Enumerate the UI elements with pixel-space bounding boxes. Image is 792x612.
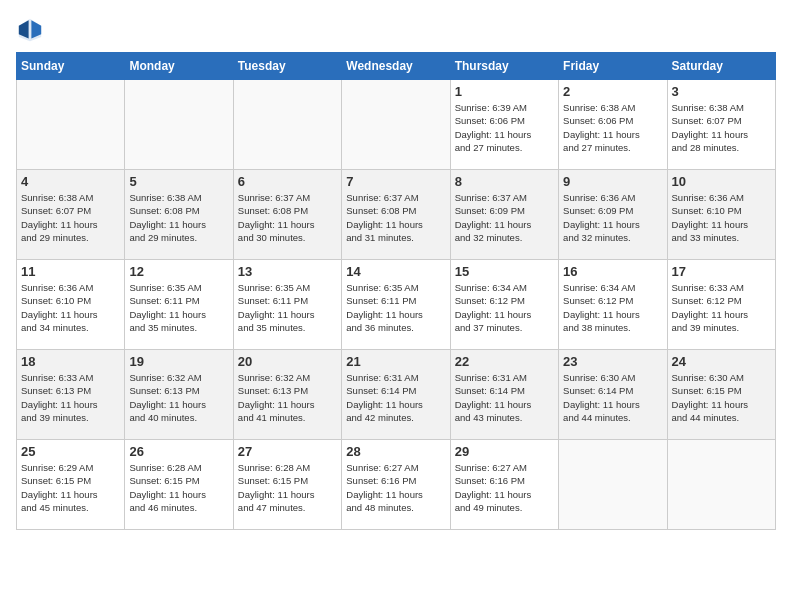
logo-icon <box>16 16 44 44</box>
day-info: Sunrise: 6:37 AM Sunset: 6:08 PM Dayligh… <box>346 191 445 244</box>
calendar-cell: 26Sunrise: 6:28 AM Sunset: 6:15 PM Dayli… <box>125 440 233 530</box>
column-header-thursday: Thursday <box>450 53 558 80</box>
day-info: Sunrise: 6:27 AM Sunset: 6:16 PM Dayligh… <box>455 461 554 514</box>
day-info: Sunrise: 6:28 AM Sunset: 6:15 PM Dayligh… <box>129 461 228 514</box>
day-info: Sunrise: 6:34 AM Sunset: 6:12 PM Dayligh… <box>563 281 662 334</box>
day-number: 19 <box>129 354 228 369</box>
calendar-cell: 22Sunrise: 6:31 AM Sunset: 6:14 PM Dayli… <box>450 350 558 440</box>
calendar-table: SundayMondayTuesdayWednesdayThursdayFrid… <box>16 52 776 530</box>
calendar-cell: 2Sunrise: 6:38 AM Sunset: 6:06 PM Daylig… <box>559 80 667 170</box>
day-info: Sunrise: 6:39 AM Sunset: 6:06 PM Dayligh… <box>455 101 554 154</box>
calendar-cell <box>342 80 450 170</box>
column-header-sunday: Sunday <box>17 53 125 80</box>
calendar-cell: 28Sunrise: 6:27 AM Sunset: 6:16 PM Dayli… <box>342 440 450 530</box>
day-number: 12 <box>129 264 228 279</box>
calendar-cell <box>667 440 775 530</box>
calendar-cell <box>17 80 125 170</box>
calendar-week-row: 11Sunrise: 6:36 AM Sunset: 6:10 PM Dayli… <box>17 260 776 350</box>
day-info: Sunrise: 6:29 AM Sunset: 6:15 PM Dayligh… <box>21 461 120 514</box>
column-header-friday: Friday <box>559 53 667 80</box>
calendar-cell: 9Sunrise: 6:36 AM Sunset: 6:09 PM Daylig… <box>559 170 667 260</box>
day-number: 23 <box>563 354 662 369</box>
column-header-tuesday: Tuesday <box>233 53 341 80</box>
day-info: Sunrise: 6:38 AM Sunset: 6:07 PM Dayligh… <box>672 101 771 154</box>
day-number: 9 <box>563 174 662 189</box>
calendar-cell: 19Sunrise: 6:32 AM Sunset: 6:13 PM Dayli… <box>125 350 233 440</box>
calendar-cell: 14Sunrise: 6:35 AM Sunset: 6:11 PM Dayli… <box>342 260 450 350</box>
calendar-cell: 29Sunrise: 6:27 AM Sunset: 6:16 PM Dayli… <box>450 440 558 530</box>
day-info: Sunrise: 6:33 AM Sunset: 6:13 PM Dayligh… <box>21 371 120 424</box>
day-info: Sunrise: 6:33 AM Sunset: 6:12 PM Dayligh… <box>672 281 771 334</box>
day-number: 10 <box>672 174 771 189</box>
day-info: Sunrise: 6:30 AM Sunset: 6:15 PM Dayligh… <box>672 371 771 424</box>
calendar-cell: 23Sunrise: 6:30 AM Sunset: 6:14 PM Dayli… <box>559 350 667 440</box>
calendar-cell: 8Sunrise: 6:37 AM Sunset: 6:09 PM Daylig… <box>450 170 558 260</box>
day-info: Sunrise: 6:36 AM Sunset: 6:10 PM Dayligh… <box>21 281 120 334</box>
calendar-week-row: 25Sunrise: 6:29 AM Sunset: 6:15 PM Dayli… <box>17 440 776 530</box>
day-number: 16 <box>563 264 662 279</box>
day-info: Sunrise: 6:30 AM Sunset: 6:14 PM Dayligh… <box>563 371 662 424</box>
day-number: 26 <box>129 444 228 459</box>
day-info: Sunrise: 6:28 AM Sunset: 6:15 PM Dayligh… <box>238 461 337 514</box>
calendar-cell: 25Sunrise: 6:29 AM Sunset: 6:15 PM Dayli… <box>17 440 125 530</box>
calendar-week-row: 18Sunrise: 6:33 AM Sunset: 6:13 PM Dayli… <box>17 350 776 440</box>
day-info: Sunrise: 6:31 AM Sunset: 6:14 PM Dayligh… <box>455 371 554 424</box>
day-number: 18 <box>21 354 120 369</box>
day-info: Sunrise: 6:35 AM Sunset: 6:11 PM Dayligh… <box>129 281 228 334</box>
day-info: Sunrise: 6:38 AM Sunset: 6:07 PM Dayligh… <box>21 191 120 244</box>
calendar-cell: 7Sunrise: 6:37 AM Sunset: 6:08 PM Daylig… <box>342 170 450 260</box>
calendar-cell: 6Sunrise: 6:37 AM Sunset: 6:08 PM Daylig… <box>233 170 341 260</box>
day-info: Sunrise: 6:37 AM Sunset: 6:09 PM Dayligh… <box>455 191 554 244</box>
column-header-wednesday: Wednesday <box>342 53 450 80</box>
calendar-header-row: SundayMondayTuesdayWednesdayThursdayFrid… <box>17 53 776 80</box>
calendar-cell: 18Sunrise: 6:33 AM Sunset: 6:13 PM Dayli… <box>17 350 125 440</box>
day-number: 11 <box>21 264 120 279</box>
day-number: 24 <box>672 354 771 369</box>
calendar-cell <box>559 440 667 530</box>
calendar-cell: 21Sunrise: 6:31 AM Sunset: 6:14 PM Dayli… <box>342 350 450 440</box>
calendar-cell: 12Sunrise: 6:35 AM Sunset: 6:11 PM Dayli… <box>125 260 233 350</box>
page-header <box>16 16 776 44</box>
day-number: 14 <box>346 264 445 279</box>
calendar-cell: 13Sunrise: 6:35 AM Sunset: 6:11 PM Dayli… <box>233 260 341 350</box>
day-number: 17 <box>672 264 771 279</box>
day-number: 22 <box>455 354 554 369</box>
day-info: Sunrise: 6:35 AM Sunset: 6:11 PM Dayligh… <box>346 281 445 334</box>
day-number: 13 <box>238 264 337 279</box>
day-number: 21 <box>346 354 445 369</box>
day-number: 2 <box>563 84 662 99</box>
day-number: 7 <box>346 174 445 189</box>
calendar-cell: 17Sunrise: 6:33 AM Sunset: 6:12 PM Dayli… <box>667 260 775 350</box>
day-number: 5 <box>129 174 228 189</box>
day-number: 4 <box>21 174 120 189</box>
calendar-cell: 24Sunrise: 6:30 AM Sunset: 6:15 PM Dayli… <box>667 350 775 440</box>
day-number: 28 <box>346 444 445 459</box>
day-number: 6 <box>238 174 337 189</box>
calendar-cell: 3Sunrise: 6:38 AM Sunset: 6:07 PM Daylig… <box>667 80 775 170</box>
day-number: 20 <box>238 354 337 369</box>
calendar-cell: 5Sunrise: 6:38 AM Sunset: 6:08 PM Daylig… <box>125 170 233 260</box>
day-number: 25 <box>21 444 120 459</box>
calendar-cell: 27Sunrise: 6:28 AM Sunset: 6:15 PM Dayli… <box>233 440 341 530</box>
day-number: 29 <box>455 444 554 459</box>
day-info: Sunrise: 6:34 AM Sunset: 6:12 PM Dayligh… <box>455 281 554 334</box>
day-info: Sunrise: 6:32 AM Sunset: 6:13 PM Dayligh… <box>129 371 228 424</box>
day-info: Sunrise: 6:35 AM Sunset: 6:11 PM Dayligh… <box>238 281 337 334</box>
calendar-cell <box>125 80 233 170</box>
calendar-week-row: 1Sunrise: 6:39 AM Sunset: 6:06 PM Daylig… <box>17 80 776 170</box>
day-info: Sunrise: 6:31 AM Sunset: 6:14 PM Dayligh… <box>346 371 445 424</box>
calendar-cell: 16Sunrise: 6:34 AM Sunset: 6:12 PM Dayli… <box>559 260 667 350</box>
day-info: Sunrise: 6:38 AM Sunset: 6:06 PM Dayligh… <box>563 101 662 154</box>
calendar-cell: 11Sunrise: 6:36 AM Sunset: 6:10 PM Dayli… <box>17 260 125 350</box>
logo <box>16 16 48 44</box>
calendar-cell: 10Sunrise: 6:36 AM Sunset: 6:10 PM Dayli… <box>667 170 775 260</box>
day-info: Sunrise: 6:38 AM Sunset: 6:08 PM Dayligh… <box>129 191 228 244</box>
day-number: 8 <box>455 174 554 189</box>
column-header-monday: Monday <box>125 53 233 80</box>
calendar-cell: 1Sunrise: 6:39 AM Sunset: 6:06 PM Daylig… <box>450 80 558 170</box>
day-number: 27 <box>238 444 337 459</box>
day-info: Sunrise: 6:36 AM Sunset: 6:09 PM Dayligh… <box>563 191 662 244</box>
calendar-cell: 15Sunrise: 6:34 AM Sunset: 6:12 PM Dayli… <box>450 260 558 350</box>
calendar-cell: 20Sunrise: 6:32 AM Sunset: 6:13 PM Dayli… <box>233 350 341 440</box>
day-number: 3 <box>672 84 771 99</box>
